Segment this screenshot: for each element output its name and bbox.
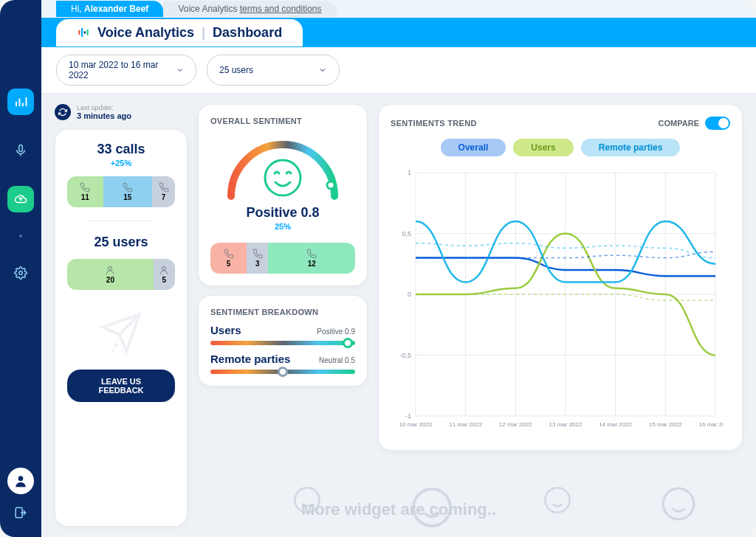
overall-sentiment-card: OVERALL SENTIMENT Positiv	[198, 104, 368, 286]
main-area: Hi, Alexander Beef Voice Analytics terms…	[41, 0, 756, 537]
svg-text:-1: -1	[405, 412, 411, 420]
gauge-arc	[216, 130, 349, 204]
logout-icon	[14, 506, 27, 519]
svg-text:14 mar 2022: 14 mar 2022	[599, 421, 632, 428]
content: Last update: 3 minutes ago 33 calls +25%…	[41, 94, 756, 537]
sentiment-segments: 5312	[210, 243, 355, 274]
segment[interactable]: 7	[152, 176, 175, 207]
app-name: Voice Analytics	[97, 25, 194, 41]
svg-rect-4	[78, 30, 80, 35]
svg-point-1	[19, 271, 23, 275]
compare-toggle-wrap: COMPARE	[659, 117, 730, 130]
users-select[interactable]: 25 users	[207, 55, 340, 86]
svg-text:13 mar 2022: 13 mar 2022	[549, 421, 583, 428]
svg-point-9	[162, 266, 166, 270]
sidebar-item-upload[interactable]	[7, 186, 34, 212]
breakdown-row: UsersPositive 0.9	[210, 324, 355, 345]
breakdown-title: SENTIMENT BREAKDOWN	[210, 308, 355, 316]
gauge: Positive 0.8 25%	[210, 130, 355, 231]
svg-text:-0,5: -0,5	[399, 352, 411, 359]
trend-header: SENTIMENTS TREND COMPARE	[391, 117, 730, 130]
sidebar-item-settings[interactable]	[7, 260, 34, 286]
sidebar-item-recordings[interactable]	[7, 137, 34, 164]
svg-text:16 mar 2022: 16 mar 2022	[699, 421, 723, 428]
header-sep: |	[202, 25, 205, 41]
users-count: 25 users	[94, 235, 148, 250]
last-update: Last update: 3 minutes ago	[55, 104, 188, 120]
terms-prefix: Voice Analytics	[178, 4, 239, 14]
stats-card: 33 calls +25% 11157 25 users 205 LEAVE U…	[55, 129, 188, 527]
topbar: Hi, Alexander Beef Voice Analytics terms…	[41, 0, 756, 18]
breakdown-value: Positive 0.9	[317, 328, 355, 336]
filters-bar: 10 mar 2022 to 16 mar 2022 25 users	[41, 47, 756, 94]
last-update-value: 3 minutes ago	[77, 111, 131, 120]
logo-icon	[77, 26, 90, 39]
breakdown-name: Remote parties	[210, 353, 290, 365]
chevron-down-icon	[318, 66, 327, 75]
svg-text:10 mar 2022: 10 mar 2022	[399, 421, 433, 428]
terms-link[interactable]: terms and conditions	[240, 4, 322, 14]
breakdown-name: Users	[210, 324, 241, 336]
chart-bar-icon	[14, 95, 27, 108]
smiley-icon	[265, 160, 300, 195]
compare-toggle[interactable]	[705, 117, 730, 130]
microphone-icon	[14, 144, 27, 157]
date-range-select[interactable]: 10 mar 2022 to 16 mar 2022	[56, 55, 196, 86]
legend-pill[interactable]: Users	[513, 139, 573, 156]
segment[interactable]: 5	[210, 243, 247, 274]
refresh-button[interactable]	[55, 104, 71, 120]
segment[interactable]: 15	[103, 176, 152, 207]
breakdown-value: Neutral 0.5	[319, 356, 355, 364]
user-avatar[interactable]	[7, 468, 34, 494]
footer-message: More widget are coming..	[301, 500, 496, 519]
trend-card: SENTIMENTS TREND COMPARE OverallUsersRem…	[378, 104, 743, 451]
col-sentiment: OVERALL SENTIMENT Positiv	[198, 104, 368, 527]
cloud-upload-icon	[14, 193, 27, 206]
logout-button[interactable]	[14, 506, 27, 522]
svg-text:15 mar 2022: 15 mar 2022	[649, 421, 682, 428]
legend: OverallUsersRemote parties	[391, 139, 730, 156]
slider-knob[interactable]	[278, 367, 288, 377]
segment[interactable]: 5	[154, 259, 175, 290]
breakdown-slider[interactable]	[210, 341, 355, 345]
calls-count: 33 calls	[97, 142, 145, 157]
legend-pill[interactable]: Remote parties	[581, 139, 681, 156]
overall-sentiment-title: OVERALL SENTIMENT	[210, 117, 355, 125]
svg-rect-5	[81, 28, 83, 37]
svg-point-10	[327, 181, 334, 189]
sentiment-pct: 25%	[275, 222, 291, 231]
segment[interactable]: 12	[268, 243, 355, 274]
breakdown-slider[interactable]	[210, 370, 355, 374]
svg-text:11 mar 2022: 11 mar 2022	[449, 421, 482, 428]
greeting-name: Alexander Beef	[84, 4, 148, 14]
svg-point-11	[265, 160, 300, 195]
paper-plane-icon	[99, 311, 143, 358]
sidebar-item-dashboard[interactable]	[7, 89, 34, 115]
greeting-prefix: Hi,	[71, 4, 84, 14]
svg-text:12 mar 2022: 12 mar 2022	[499, 421, 532, 428]
app-root: Hi, Alexander Beef Voice Analytics terms…	[0, 0, 756, 537]
svg-rect-0	[19, 145, 23, 152]
segment[interactable]: 20	[67, 259, 154, 290]
header: Voice Analytics | Dashboard	[41, 18, 756, 47]
segment[interactable]: 11	[67, 176, 103, 207]
segment[interactable]: 3	[247, 243, 268, 274]
last-update-label: Last update:	[77, 104, 131, 111]
trend-chart: 10,50-0,5-110 mar 202211 mar 202212 mar …	[391, 165, 723, 446]
compare-label: COMPARE	[659, 119, 699, 128]
trend-title: SENTIMENTS TREND	[391, 119, 477, 128]
chevron-down-icon	[176, 66, 184, 75]
gear-icon	[14, 266, 27, 280]
svg-point-8	[109, 266, 112, 270]
sentiment-label: Positive 0.8	[246, 205, 319, 221]
svg-rect-7	[87, 30, 89, 35]
slider-knob[interactable]	[343, 338, 353, 348]
col-stats: Last update: 3 minutes ago 33 calls +25%…	[55, 104, 188, 527]
greeting: Hi, Alexander Beef	[56, 1, 163, 17]
feedback-button[interactable]: LEAVE US FEEDBACK	[67, 370, 175, 402]
svg-point-2	[18, 476, 24, 481]
users-value: 25 users	[219, 65, 253, 75]
legend-pill[interactable]: Overall	[441, 139, 506, 156]
calls-segments: 11157	[67, 176, 175, 207]
svg-text:0,5: 0,5	[402, 230, 411, 238]
